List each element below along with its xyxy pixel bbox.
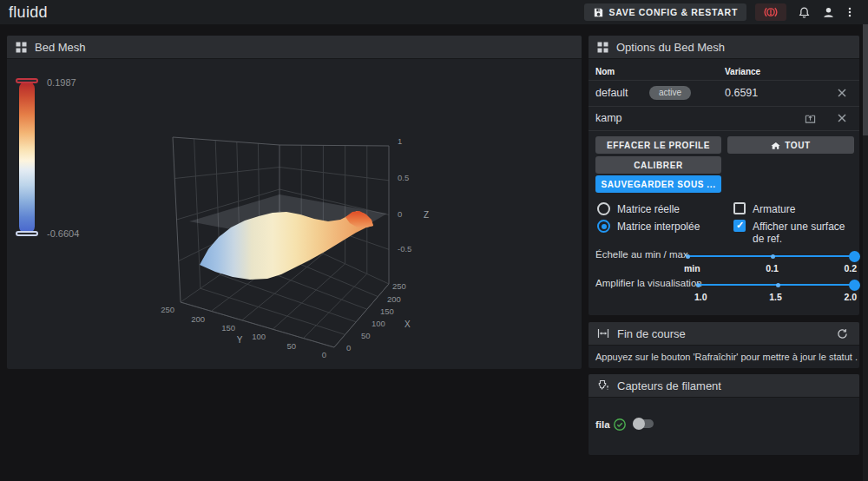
endstops-panel: Fin de course Appuyez sur le bouton 'Raf… [589,322,859,368]
clear-profile-button[interactable]: EFFACER LE PROFILE [595,136,721,154]
calibrate-button[interactable]: CALIBRER [595,156,721,174]
scale-slider-label: Échelle au min / max [595,249,688,260]
tick-label: 2.0 [844,292,857,302]
refresh-icon [837,328,848,339]
expand-horizontal-icon [597,327,609,339]
sensor-name: fila [595,419,610,430]
kebab-icon [844,6,856,18]
y-axis-title: Y [237,335,243,345]
y-tick: 150 [221,323,235,333]
tick-label: 0.1 [766,263,779,273]
colorbar-max-label: 0.1987 [47,77,76,88]
emergency-stop-button[interactable] [755,3,786,21]
save-config-button[interactable]: SAVE CONFIG & RESTART [584,3,746,21]
sensor-toggle[interactable] [633,418,654,429]
save-config-label: SAVE CONFIG & RESTART [609,7,738,17]
sensor-ok-icon [613,418,627,432]
nozzle-alert-icon [597,379,609,392]
tick-label: 1.5 [769,292,782,302]
profile-name: kamp [595,112,622,124]
overflow-menu-button[interactable] [840,3,859,22]
endstops-message: Appuyez sur le bouton 'Rafraîchir' pour … [595,352,858,362]
row-divider [589,106,859,107]
notifications-button[interactable] [792,3,816,22]
x-tick: 250 [392,281,406,291]
checkbox-ref-surface[interactable] [733,220,746,232]
app-bar: fluidd SAVE CONFIG & RESTART [0,0,868,24]
scale-slider-thumb[interactable] [849,251,860,262]
slider-dot [686,254,690,259]
brake-alert-icon [764,5,778,19]
y-tick: 100 [252,332,266,341]
grid-icon [16,42,27,53]
options-panel-header: Options du Bed Mesh [589,36,859,59]
x-tick: 0 [346,343,351,353]
save-as-button[interactable]: SAUVEGARDER SOUS ... [595,175,721,193]
column-header-name: Nom [595,67,615,76]
x-tick: 100 [372,319,385,328]
active-badge: active [649,86,691,100]
colorbar-min-handle[interactable] [16,231,38,236]
profile-variance: 0.6591 [725,87,758,99]
z-tick: -0.5 [398,244,411,254]
checkbox-wireframe-label[interactable]: Armature [753,203,795,215]
grid-icon [597,42,608,53]
checkbox-ref-surface-label[interactable]: Afficher une surface de ref. [753,221,859,245]
x-tick: 150 [380,306,394,316]
endstops-panel-title: Fin de course [617,327,686,340]
save-icon [593,7,604,18]
checkbox-wireframe[interactable] [733,202,746,214]
colorbar[interactable] [19,81,35,234]
radio-interpolated-matrix-label[interactable]: Matrice interpolée [617,221,700,233]
options-panel-title: Options du Bed Mesh [616,41,725,54]
endstops-panel-header: Fin de course [589,322,859,346]
bell-icon [798,6,811,19]
filament-panel-title: Capteurs de filament [617,379,721,392]
radio-actual-matrix[interactable] [597,202,610,215]
radio-interpolated-matrix[interactable] [597,220,610,233]
slider-dot [696,283,700,287]
filament-sensors-panel: Capteurs de filament fila [589,374,859,455]
slider-dot [776,283,780,287]
x-axis-title: X [404,320,411,329]
home-all-label: TOUT [785,141,810,150]
boost-slider[interactable] [696,284,855,286]
row-divider [589,80,859,81]
bed-mesh-panel-header: Bed Mesh [7,36,582,59]
bed-mesh-3d-plot[interactable]: 1 0.5 0 -0.5 Z 0 50 100 150 200 250 X 0 … [7,36,582,369]
boost-slider-label: Amplifier la visualisation [595,278,702,288]
z-tick: 0.5 [398,173,409,182]
x-tick: 50 [361,331,371,340]
account-button[interactable] [816,3,840,22]
save-as-label: SAUVEGARDER SOUS ... [601,180,715,189]
scale-slider[interactable] [686,255,855,257]
load-profile-button[interactable] [802,110,818,126]
page-scrollbar[interactable] [863,0,868,481]
fluidd-logo: fluidd [9,3,48,22]
radio-actual-matrix-label[interactable]: Matrice réelle [617,203,680,215]
load-profile-icon [805,113,816,124]
toggle-thumb [633,418,645,430]
row-divider [589,130,859,131]
boost-slider-ticks: 1.0 1.5 2.0 [694,292,857,302]
clear-profile-label: EFFACER LE PROFILE [607,141,710,150]
boost-slider-thumb[interactable] [849,280,860,291]
bed-mesh-panel: Bed Mesh 0.1987 -0.6604 [7,36,582,369]
calibrate-label: CALIBRER [634,161,682,170]
bed-mesh-panel-title: Bed Mesh [35,41,86,54]
y-tick: 0 [322,350,326,359]
remove-profile-button[interactable] [834,110,850,126]
z-tick: 1 [398,136,402,146]
scrollbar-thumb[interactable] [863,24,868,135]
close-icon [837,113,847,123]
home-all-button[interactable]: TOUT [727,136,854,154]
colorbar-max-handle[interactable] [16,78,38,83]
refresh-endstops-button[interactable] [833,324,851,343]
remove-profile-button[interactable] [834,85,850,101]
scale-slider-ticks: min 0.1 0.2 [684,263,857,273]
z-axis-title: Z [424,210,429,220]
z-tick: 0 [398,209,402,219]
account-icon [822,6,835,19]
profile-name: default [595,87,628,99]
tick-label: 0.2 [844,263,857,273]
